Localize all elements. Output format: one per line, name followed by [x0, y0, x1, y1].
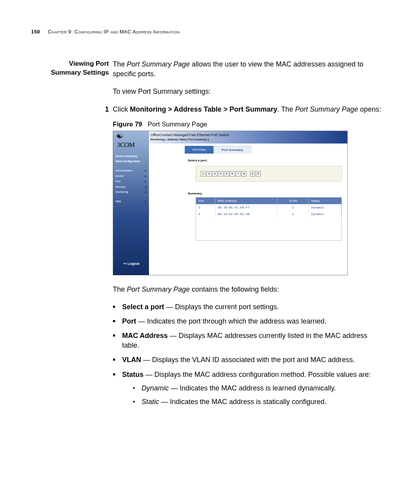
field-name: MAC Address — [122, 332, 168, 340]
chevron-right-icon: ▸ — [145, 180, 147, 184]
nav-administration[interactable]: Administration▸ — [116, 168, 147, 173]
column-header-vlan: VLAN — [278, 198, 309, 204]
port-button-7[interactable]: 7 — [236, 171, 241, 177]
cell-vlan: 1 — [278, 204, 309, 211]
field-desc: — Displays the current port settings. — [164, 303, 279, 311]
port-selector-strip: 1 2 3 4 5 6 7 8 9 P — [196, 166, 342, 182]
nav-label: Monitoring — [116, 190, 128, 194]
nav-device[interactable]: Device▸ — [116, 173, 147, 179]
term-port-summary-page: Port Summary Page — [127, 285, 190, 293]
list-item: MAC Address — Displays MAC addresses cur… — [113, 331, 381, 350]
column-header-status: Status — [309, 198, 341, 204]
nav-label: Save Configuration — [116, 159, 140, 163]
summary-section-label: Summary — [188, 191, 202, 196]
nav-device-summary[interactable]: Device Summary — [116, 154, 147, 159]
nav-port[interactable]: Port▸ — [116, 179, 147, 184]
cell-status: Dynamic — [309, 204, 341, 211]
nav-label: Administration — [116, 169, 133, 173]
value-desc: — Indicates the MAC address is learned d… — [169, 384, 336, 392]
menu-path: Monitoring > Address Table > Port Summar… — [130, 105, 277, 113]
port-button-9[interactable]: 9 — [250, 171, 255, 177]
text: opens: — [358, 105, 381, 113]
text: Click — [113, 105, 130, 113]
chapter-title: Chapter 9: Configuring IP and MAC Addres… — [48, 29, 180, 35]
text: The — [113, 60, 127, 68]
term-port-summary-page: Port Summary Page — [127, 60, 190, 68]
field-name: VLAN — [122, 356, 141, 364]
status-values-list: Dynamic — Indicates the MAC address is l… — [133, 383, 381, 407]
field-desc: — Displays the MAC address configuration… — [144, 371, 371, 378]
page-number: 150 — [31, 29, 40, 35]
cell-port: 2 — [196, 211, 215, 217]
step-text: Click Monitoring > Address Table > Port … — [113, 105, 381, 114]
list-item: Static — Indicates the MAC address is st… — [133, 397, 381, 407]
list-item: Select a port — Displays the current por… — [113, 302, 381, 312]
tab-port-summary[interactable]: Port Summary — [214, 146, 251, 154]
term-port-summary-page: Port Summary Page — [295, 105, 358, 113]
chevron-right-icon: ▸ — [145, 185, 147, 189]
running-head: 150 Chapter 9: Configuring IP and MAC Ad… — [31, 29, 381, 35]
logout-link[interactable]: Logout — [123, 261, 140, 266]
cell-port: 2 — [196, 204, 215, 211]
body-column: The Port Summary Page allows the user to… — [113, 60, 381, 411]
step-number: 1 — [102, 105, 109, 114]
value-name: Static — [142, 398, 159, 406]
field-desc: — Indicates the port through which the a… — [136, 317, 326, 325]
table-row: 2 00-16-E6-D5-A3-1B 1 Dynamic — [196, 211, 341, 217]
port-button-4[interactable]: 4 — [218, 171, 223, 177]
section-heading-line1: Viewing Port — [31, 60, 109, 68]
figure-title: Port Summary Page — [148, 121, 207, 128]
content-header: OfficeConnect Managed Fast Ethernet PoE … — [149, 131, 347, 144]
text: . The — [277, 105, 295, 113]
list-item: Port — Indicates the port through which … — [113, 317, 381, 326]
product-title: OfficeConnect Managed Fast Ethernet PoE … — [150, 133, 229, 138]
nav-label: Port — [116, 180, 121, 184]
select-port-label: Select a port: — [188, 158, 208, 163]
field-name: Port — [122, 317, 136, 325]
chevron-right-icon: ▸ — [145, 200, 147, 203]
port-button-8[interactable]: 8 — [242, 171, 247, 177]
chevron-right-icon: ▸ — [145, 190, 147, 194]
section-heading-line2: Summary Settings — [31, 68, 109, 77]
figure-label: Figure 79 — [113, 121, 142, 128]
field-name: Select a port — [122, 303, 164, 311]
intro-paragraph: The Port Summary Page allows the user to… — [113, 60, 381, 79]
fields-intro: The Port Summary Page contains the follo… — [113, 285, 381, 294]
howto-line: To view Port Summary settings: — [113, 87, 381, 96]
port-button-2[interactable]: 2 — [206, 171, 212, 177]
breadcrumb: Monitoring > Address Table [ Port Summar… — [150, 138, 209, 142]
nav-label: Device Summary — [116, 154, 137, 158]
section-heading: Viewing Port Summary Settings — [31, 60, 113, 411]
nav-label: Security — [116, 185, 125, 189]
field-description-section: The Port Summary Page contains the follo… — [113, 285, 381, 407]
table-header-row: Port MAC Address VLAN Status — [196, 198, 341, 204]
cell-mac: 00-16-E6-D5-A3-1B — [215, 211, 278, 217]
nav-save-configuration[interactable]: Save Configuration — [116, 159, 147, 164]
port-button-5[interactable]: 5 — [224, 171, 229, 177]
logo-glyph-icon: ☯ — [116, 132, 123, 140]
list-item: Status — Displays the MAC address config… — [113, 370, 381, 407]
nav-monitoring[interactable]: Monitoring▸ — [116, 189, 147, 195]
port-button-6[interactable]: 6 — [230, 171, 235, 177]
port-button-1[interactable]: 1 — [201, 171, 206, 177]
text: The — [113, 285, 127, 293]
figure-caption: Figure 79 Port Summary Page — [113, 120, 381, 129]
cell-mac: 00-10-B5-51-69-F7 — [215, 204, 278, 211]
column-header-port: Port — [196, 198, 215, 204]
sidebar: ☯ 3COM Device Summary Save Configuration… — [113, 131, 149, 275]
step-1: 1 Click Monitoring > Address Table > Por… — [113, 105, 381, 114]
cell-vlan: 1 — [278, 211, 309, 217]
tab-summary[interactable]: Summary — [185, 146, 214, 154]
nav-security[interactable]: Security▸ — [116, 184, 147, 190]
nav-label: Device — [116, 174, 124, 178]
value-desc: — Indicates the MAC address is staticall… — [159, 398, 326, 406]
port-button-3[interactable]: 3 — [212, 171, 217, 177]
field-name: Status — [122, 371, 144, 378]
brand-text: 3COM — [117, 141, 135, 149]
nav-help[interactable]: Help▸ — [116, 199, 147, 204]
port-button-p[interactable]: P — [256, 171, 261, 177]
chevron-right-icon: ▸ — [145, 169, 147, 173]
cell-status: Dynamic — [309, 211, 341, 217]
tab-bar: Summary Port Summary — [185, 146, 251, 154]
list-item: VLAN — Displays the VLAN ID associated w… — [113, 355, 381, 365]
